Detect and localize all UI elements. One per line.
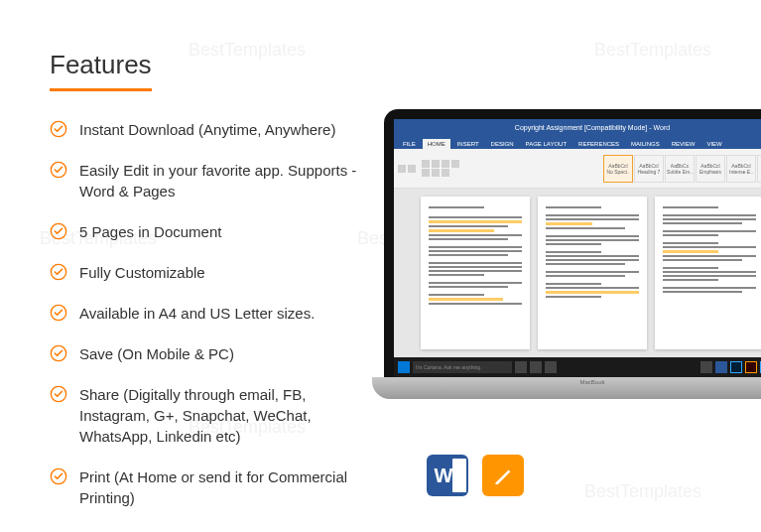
tab-mailings[interactable]: MAILINGS: [626, 139, 665, 149]
taskbar-icon[interactable]: [700, 361, 712, 373]
tab-file[interactable]: FILE: [398, 139, 421, 149]
feature-text: 5 Pages in Document: [79, 221, 377, 242]
feature-text: Fully Customizable: [79, 262, 377, 283]
windows-taskbar: I'm Cortana. Ask me anything.: [394, 357, 761, 377]
feature-item: Available in A4 and US Letter sizes.: [50, 303, 377, 324]
feature-text: Print (At Home or send it for Commercial…: [79, 466, 377, 508]
tab-view[interactable]: VIEW: [701, 139, 726, 149]
start-button[interactable]: [398, 361, 410, 373]
cortana-search[interactable]: I'm Cortana. Ask me anything.: [413, 361, 512, 373]
doc-page: [421, 197, 530, 349]
tab-design[interactable]: DESIGN: [486, 139, 519, 149]
tab-home[interactable]: HOME: [423, 139, 450, 149]
word-ribbon-tabs: FILE HOME INSERT DESIGN PAGE LAYOUT REFE…: [394, 135, 761, 149]
doc-page: [538, 197, 647, 349]
feature-list: Instant Download (Anytime, Anywhere) Eas…: [50, 119, 377, 508]
feature-item: Easily Edit in your favorite app. Suppor…: [50, 160, 377, 201]
document-area[interactable]: [394, 189, 761, 357]
feature-item: Save (On Mobile & PC): [50, 343, 377, 364]
feature-item: Print (At Home or send it for Commercial…: [50, 466, 377, 508]
feature-text: Available in A4 and US Letter sizes.: [79, 303, 377, 324]
taskbar-icon[interactable]: [530, 361, 542, 373]
feature-item: Instant Download (Anytime, Anywhere): [50, 119, 377, 140]
word-titlebar: Copyright Assignment [Compatibility Mode…: [394, 119, 761, 135]
check-icon: [50, 385, 67, 403]
tab-review[interactable]: REVIEW: [667, 139, 700, 149]
check-icon: [50, 222, 67, 240]
watermark: BestTemplates: [584, 481, 701, 502]
word-ribbon: AaBbCclNo Spaci.. AaBbCclHeading 7 AaBbC…: [394, 149, 761, 189]
check-icon: [50, 467, 67, 485]
doc-page: [655, 197, 761, 349]
feature-text: Instant Download (Anytime, Anywhere): [79, 119, 377, 140]
feature-text: Easily Edit in your favorite app. Suppor…: [79, 160, 377, 201]
tab-page-layout[interactable]: PAGE LAYOUT: [521, 139, 571, 149]
check-icon: [50, 161, 67, 179]
taskbar-ai-icon[interactable]: [745, 361, 757, 373]
taskbar-icon[interactable]: [515, 361, 527, 373]
tab-references[interactable]: REFERENCES: [573, 139, 624, 149]
check-icon: [50, 304, 67, 322]
check-icon: [50, 263, 67, 281]
laptop-mockup: Copyright Assignment [Compatibility Mode…: [384, 109, 761, 399]
feature-text: Save (On Mobile & PC): [79, 343, 377, 364]
tab-insert[interactable]: INSERT: [452, 139, 484, 149]
features-heading: Features: [50, 50, 152, 91]
styles-gallery[interactable]: AaBbCclNo Spaci.. AaBbCclHeading 7 AaBbC…: [603, 155, 761, 183]
laptop-base: [372, 377, 761, 399]
check-icon: [50, 120, 67, 138]
taskbar-ps-icon[interactable]: [730, 361, 742, 373]
feature-item: Share (Digitally through email, FB, Inst…: [50, 384, 377, 447]
feature-item: 5 Pages in Document: [50, 221, 377, 242]
check-icon: [50, 344, 67, 362]
feature-text: Share (Digitally through email, FB, Inst…: [79, 384, 377, 447]
ms-word-icon: W: [427, 455, 468, 496]
apple-pages-icon: [482, 455, 524, 496]
taskbar-word-icon[interactable]: [715, 361, 727, 373]
taskbar-icon[interactable]: [545, 361, 557, 373]
feature-item: Fully Customizable: [50, 262, 377, 283]
watermark: BestTemplates: [594, 40, 711, 61]
